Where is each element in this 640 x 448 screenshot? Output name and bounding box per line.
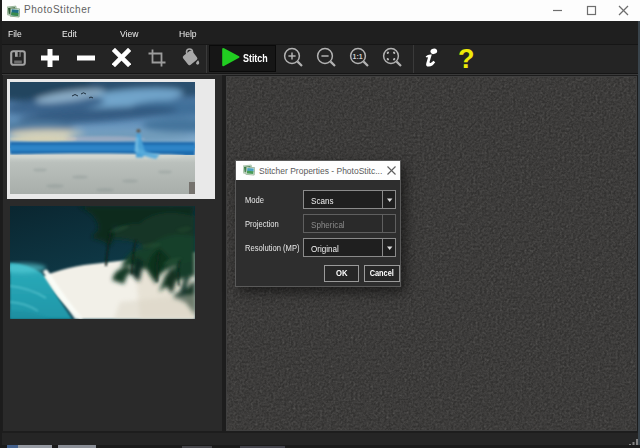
svg-text:1:1: 1:1 [353,53,363,60]
